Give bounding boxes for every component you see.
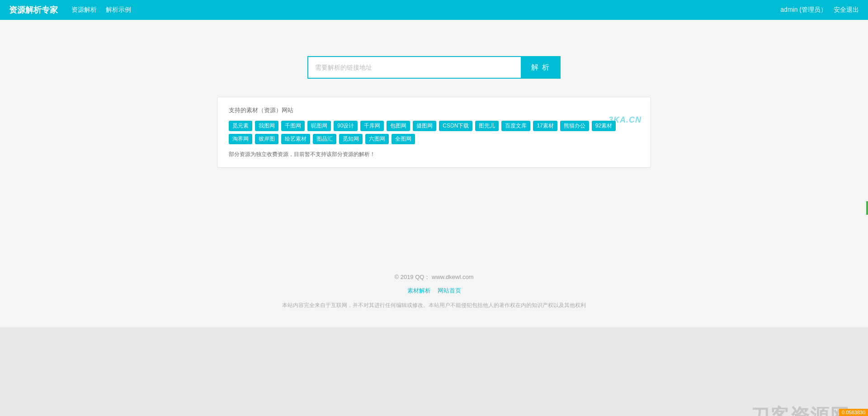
sites-tags: 觅元素我图网千图网昵图网90设计千库网包图网摄图网CSDN下载图兜儿百度文库17… xyxy=(229,121,639,144)
watermark-text: 3KA.CN xyxy=(609,115,642,125)
site-tag[interactable]: 图兜儿 xyxy=(475,121,499,131)
site-tag[interactable]: 昵图网 xyxy=(307,121,331,131)
footer-link-parse[interactable]: 素材解析 xyxy=(407,287,431,295)
header: 资源解析专家 资源解析 解析示例 admin (管理员） 安全退出 xyxy=(0,0,868,20)
footer-link-home[interactable]: 网站首页 xyxy=(438,287,461,295)
header-left: 资源解析专家 资源解析 解析示例 xyxy=(9,5,131,15)
logout-link[interactable]: 安全退出 xyxy=(834,6,859,14)
sites-card-title: 支持的素材（资源）网站 xyxy=(229,106,639,114)
search-section: 解 析 xyxy=(307,56,561,79)
footer-copyright: © 2019 QQ： www.dkewl.com xyxy=(9,273,859,281)
bottom-watermark-line1: 刀客资源网 xyxy=(750,403,850,416)
site-tag[interactable]: 图品汇 xyxy=(313,134,336,144)
site-title: 资源解析专家 xyxy=(9,5,58,15)
user-info: admin (管理员） xyxy=(780,6,827,14)
footer: © 2019 QQ： www.dkewl.com 素材解析 网站首页 本站内容完… xyxy=(0,255,868,327)
nav-parse[interactable]: 资源解析 xyxy=(71,6,97,14)
site-tag[interactable]: 90设计 xyxy=(334,121,358,131)
perf-badge: 0.0583830 xyxy=(839,409,868,416)
bottom-watermark: 刀客资源网 www.dkewl.com xyxy=(750,403,850,416)
site-tag[interactable]: 绘艺素材 xyxy=(281,134,310,144)
site-tag[interactable]: 觅知网 xyxy=(339,134,363,144)
site-tag[interactable]: 熊猫办公 xyxy=(560,121,589,131)
site-tag[interactable]: 六图网 xyxy=(365,134,389,144)
scrollbar-indicator xyxy=(866,201,868,215)
site-tag[interactable]: 千图网 xyxy=(281,121,305,131)
footer-disclaimer: 本站内容完全来自于互联网，并不对其进行任何编辑或修改。本站用户不能侵犯包括他人的… xyxy=(9,302,859,309)
site-tag[interactable]: 淘界网 xyxy=(229,134,252,144)
site-tag[interactable]: 觅元素 xyxy=(229,121,252,131)
sites-notice: 部分资源为独立收费资源，目前暂不支持该部分资源的解析！ xyxy=(229,151,639,158)
site-tag[interactable]: 包图网 xyxy=(387,121,410,131)
site-tag[interactable]: 摄图网 xyxy=(413,121,436,131)
site-tag[interactable]: 彼岸图 xyxy=(255,134,278,144)
bottom-section: 刀客资源网 www.dkewl.com xyxy=(0,327,868,416)
site-tag[interactable]: 全图网 xyxy=(392,134,415,144)
site-tag[interactable]: 千库网 xyxy=(360,121,384,131)
main-content: 解 析 支持的素材（资源）网站 3KA.CN 觅元素我图网千图网昵图网90设计千… xyxy=(0,20,868,255)
footer-links: 素材解析 网站首页 xyxy=(9,287,859,295)
search-button[interactable]: 解 析 xyxy=(521,56,561,79)
search-input[interactable] xyxy=(307,56,521,79)
site-tag[interactable]: 17素材 xyxy=(533,121,557,131)
site-tag[interactable]: 百度文库 xyxy=(501,121,530,131)
nav-links: 资源解析 解析示例 xyxy=(71,6,131,14)
site-tag[interactable]: 我图网 xyxy=(255,121,278,131)
nav-example[interactable]: 解析示例 xyxy=(106,6,131,14)
site-tag[interactable]: CSDN下载 xyxy=(439,121,472,131)
sites-card: 支持的素材（资源）网站 3KA.CN 觅元素我图网千图网昵图网90设计千库网包图… xyxy=(217,97,651,168)
header-right: admin (管理员） 安全退出 xyxy=(780,6,859,14)
